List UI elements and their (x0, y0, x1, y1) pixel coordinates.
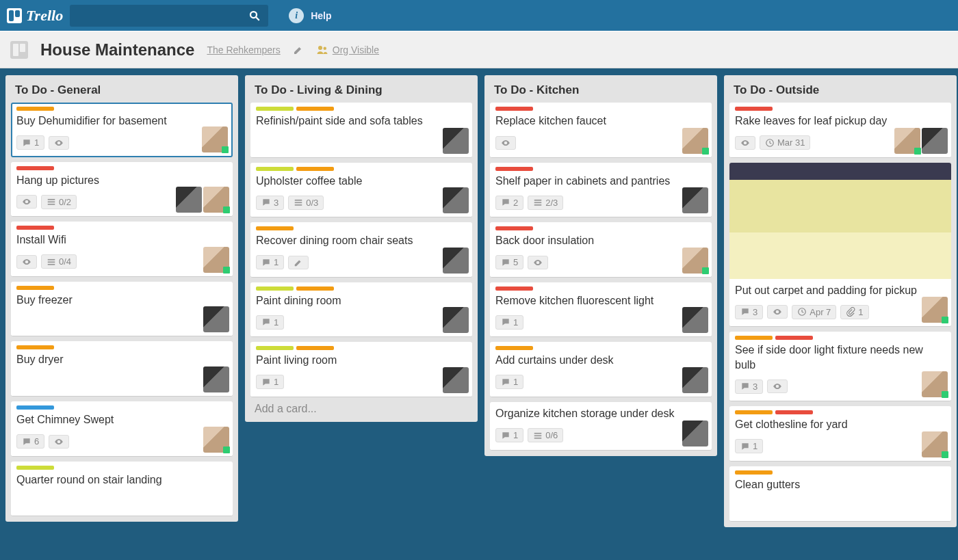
list-title[interactable]: To Do - Living & Dining (250, 81, 472, 103)
label-yellowgreen[interactable] (256, 286, 294, 291)
label-red[interactable] (495, 167, 533, 171)
card[interactable]: Buy freezer (11, 282, 233, 337)
board-canvas[interactable]: To Do - GeneralBuy Dehumidifier for base… (0, 68, 958, 560)
card[interactable]: Back door insulation5 (490, 222, 712, 278)
badge-comment: 3 (256, 196, 284, 210)
card[interactable]: Remove kitchen fluorescent light1 (490, 282, 712, 338)
label-yellowgreen[interactable] (256, 346, 294, 350)
label-red[interactable] (495, 107, 533, 111)
card[interactable]: Add curtains under desk1 (490, 342, 712, 397)
member-avatar[interactable] (176, 187, 202, 213)
card[interactable]: Put out carpet and padding for pickup3Ap… (729, 163, 951, 328)
member-avatar[interactable] (443, 187, 469, 213)
label-orange[interactable] (735, 336, 773, 340)
card-members (203, 247, 229, 273)
card[interactable]: Get clothesline for yard1 (729, 406, 951, 462)
card[interactable]: Upholster coffee table30/3 (250, 163, 472, 218)
card-members (922, 297, 948, 323)
card-title: See if side door light fixture needs new… (735, 343, 946, 372)
card[interactable]: Organize kitchen storage under desk10/6 (490, 402, 712, 451)
trello-logo[interactable]: Trello (7, 7, 63, 25)
card[interactable]: Get Chimney Swept6 (11, 401, 233, 457)
label-blue[interactable] (16, 405, 54, 410)
label-red[interactable] (495, 286, 533, 291)
eye-icon (773, 382, 782, 391)
member-avatar[interactable] (203, 247, 229, 273)
card[interactable]: Replace kitchen faucet (490, 103, 712, 158)
add-card-button[interactable]: Add a card... (250, 397, 472, 416)
rename-board-button[interactable] (293, 44, 304, 55)
badge-value: 0/4 (59, 256, 71, 267)
member-avatar[interactable] (443, 367, 469, 393)
card-badges: 1 (256, 312, 467, 332)
member-avatar[interactable] (894, 128, 920, 154)
badge-comment: 3 (735, 379, 763, 394)
label-orange[interactable] (296, 286, 334, 291)
help-link[interactable]: i Help (289, 8, 331, 23)
card-labels (256, 107, 467, 111)
member-avatar[interactable] (922, 297, 948, 323)
badge-value: 3 (753, 307, 758, 317)
label-yellowgreen[interactable] (16, 466, 54, 470)
label-red[interactable] (16, 226, 54, 230)
member-avatar[interactable] (682, 307, 708, 333)
list-title[interactable]: To Do - Kitchen (490, 81, 712, 103)
card[interactable]: Buy dryer (11, 341, 233, 397)
member-avatar[interactable] (203, 306, 229, 332)
card[interactable]: Shelf paper in cabinets and pantries22/3 (490, 163, 712, 218)
list-title[interactable]: To Do - Outside (729, 81, 951, 103)
label-red[interactable] (775, 410, 813, 414)
member-avatar[interactable] (443, 128, 469, 154)
member-avatar[interactable] (922, 128, 948, 154)
card[interactable]: Clean gutters (729, 466, 951, 522)
badge-value: 2 (513, 198, 518, 208)
member-avatar[interactable] (203, 187, 229, 213)
label-orange[interactable] (16, 286, 54, 290)
member-avatar[interactable] (922, 431, 948, 457)
label-red[interactable] (775, 336, 813, 340)
card[interactable]: Paint living room1 (250, 342, 472, 397)
card[interactable]: Paint dining room1 (250, 282, 472, 338)
label-yellowgreen[interactable] (256, 167, 294, 171)
badge-watch (528, 256, 548, 269)
team-link[interactable]: The Rehkempers (207, 44, 280, 55)
card[interactable]: Quarter round on stair landing (11, 462, 233, 517)
card-members (922, 431, 948, 457)
member-avatar[interactable] (682, 367, 708, 393)
label-orange[interactable] (296, 107, 334, 111)
badge-watch (495, 136, 516, 150)
member-avatar[interactable] (922, 371, 948, 397)
card[interactable]: Rake leaves for leaf pickup dayMar 31 (729, 103, 951, 158)
card[interactable]: Install Wifi0/4 (11, 222, 233, 277)
list-title[interactable]: To Do - General (11, 81, 233, 103)
member-avatar[interactable] (682, 128, 708, 154)
search-button[interactable] (241, 5, 268, 27)
card[interactable]: Buy Dehumidifier for basement1 (11, 103, 233, 157)
label-orange[interactable] (296, 346, 334, 350)
member-avatar[interactable] (443, 307, 469, 333)
label-yellowgreen[interactable] (256, 107, 294, 111)
member-avatar[interactable] (203, 427, 229, 453)
member-avatar[interactable] (682, 421, 708, 446)
card[interactable]: Recover dining room chair seats1 (250, 222, 472, 278)
label-red[interactable] (16, 166, 54, 170)
label-orange[interactable] (735, 410, 773, 414)
label-orange[interactable] (16, 345, 54, 349)
label-orange[interactable] (495, 346, 533, 350)
member-avatar[interactable] (202, 126, 228, 152)
visibility-toggle[interactable]: Org Visible (316, 44, 379, 56)
member-avatar[interactable] (443, 248, 469, 274)
card[interactable]: Hang up pictures0/2 (11, 162, 233, 217)
card[interactable]: Refinish/paint side and sofa tables (250, 103, 472, 158)
member-avatar[interactable] (203, 366, 229, 392)
search-input[interactable] (70, 5, 241, 27)
label-orange[interactable] (256, 226, 294, 230)
label-orange[interactable] (296, 167, 334, 171)
label-orange[interactable] (16, 107, 54, 111)
label-orange[interactable] (735, 470, 773, 475)
member-avatar[interactable] (682, 187, 708, 213)
card[interactable]: See if side door light fixture needs new… (729, 332, 951, 401)
label-red[interactable] (735, 107, 773, 111)
label-red[interactable] (495, 226, 533, 230)
member-avatar[interactable] (682, 248, 708, 274)
